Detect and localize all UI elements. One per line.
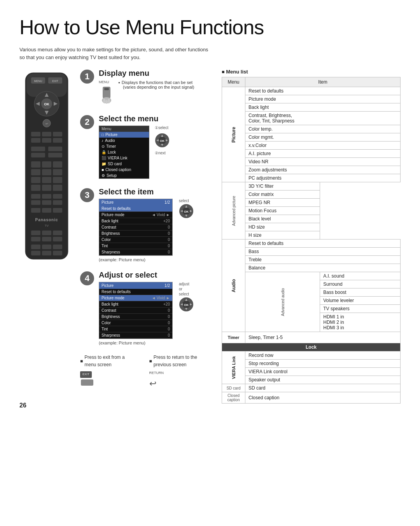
table-row: VIERA Link Record now bbox=[222, 351, 401, 360]
menu-list-header: Menu list bbox=[222, 69, 401, 75]
table-row: VIERA Link control bbox=[222, 368, 401, 376]
intro-text: Various menus allow you to make settings… bbox=[19, 46, 214, 61]
item-bass: Bass bbox=[245, 248, 401, 256]
step4-arrows: adjust or select OK bbox=[179, 282, 194, 312]
bottom-info: ■ Press to exit from a menu screen EXIT … bbox=[80, 354, 214, 390]
svg-rect-20 bbox=[53, 138, 62, 143]
step-3-content: Select the item Picture 1/2 Reset to def… bbox=[99, 187, 214, 262]
svg-rect-18 bbox=[31, 138, 40, 143]
lock-label: Lock bbox=[222, 343, 401, 351]
exit-button-img: EXIT bbox=[80, 371, 92, 378]
step-number-4: 4 bbox=[80, 271, 94, 285]
svg-rect-59 bbox=[53, 251, 62, 255]
svg-rect-29 bbox=[42, 169, 51, 175]
return-info-title: Press to return to the previous screen bbox=[154, 354, 214, 369]
svg-rect-22 bbox=[48, 147, 62, 151]
svg-rect-50 bbox=[53, 231, 62, 235]
advanced-audio-label: Advanced audio bbox=[245, 272, 320, 332]
svg-text:Panasonic: Panasonic bbox=[35, 218, 58, 222]
item-color-matrix: Color matrix bbox=[245, 190, 320, 199]
step-1-content: Display menu MENU bbox=[99, 69, 214, 106]
svg-rect-56 bbox=[53, 245, 62, 249]
item-stop-recording: Stop recording bbox=[245, 360, 401, 368]
step-2-title: Select the menu bbox=[99, 114, 214, 123]
item-volume-leveler: Volume leveler bbox=[320, 297, 401, 305]
svg-text:MENU: MENU bbox=[34, 80, 42, 82]
step4-example-label: (example: Picture menu) bbox=[99, 341, 173, 345]
table-row: Motion Focus bbox=[222, 207, 401, 215]
step-1-desc: ● Displays the functions that can be set… bbox=[118, 80, 194, 89]
svg-text:EXIT: EXIT bbox=[52, 80, 58, 82]
step3-arrows: select OK bbox=[179, 199, 194, 218]
svg-text:OK: OK bbox=[44, 102, 49, 106]
table-row: Stop recording bbox=[222, 360, 401, 368]
svg-rect-49 bbox=[42, 231, 51, 235]
item-xv-color: x.v.Color bbox=[245, 142, 401, 150]
table-row: Picture mode bbox=[222, 95, 401, 103]
svg-text:OK: OK bbox=[184, 303, 189, 307]
svg-rect-41 bbox=[42, 200, 51, 205]
table-row: Advanced picture 3D Y/C filter bbox=[222, 182, 401, 190]
svg-rect-53 bbox=[53, 237, 62, 241]
table-row: Color mgmt. bbox=[222, 133, 401, 142]
table-row: PC adjustments bbox=[222, 174, 401, 182]
item-surround: Surround bbox=[320, 280, 401, 288]
svg-rect-45 bbox=[53, 208, 62, 213]
svg-rect-31 bbox=[31, 177, 40, 183]
table-row: Audio Reset to defaults bbox=[222, 239, 401, 248]
col-menu: Menu bbox=[222, 77, 245, 87]
menu-icon-area: MENU bbox=[99, 80, 114, 106]
viera-link-label: VIERA Link bbox=[222, 351, 245, 384]
step4-or-label: or bbox=[179, 287, 182, 291]
sd-card-menu-label: SD card bbox=[222, 384, 245, 392]
svg-rect-33 bbox=[53, 177, 62, 183]
step-2: 2 Select the menu Menu □Picture ♪Audio ⊙… bbox=[80, 114, 214, 179]
svg-rect-57 bbox=[31, 251, 40, 255]
table-row: x.v.Color bbox=[222, 142, 401, 150]
svg-rect-52 bbox=[42, 237, 51, 241]
step3-select-label: select bbox=[179, 199, 189, 203]
table-row: HD size bbox=[222, 223, 401, 231]
step-3-title: Select the item bbox=[99, 187, 214, 196]
svg-rect-48 bbox=[31, 231, 40, 235]
svg-point-64 bbox=[105, 100, 108, 104]
item-color-temp: Color temp. bbox=[245, 125, 401, 133]
exit-info-title: Press to exit from a menu screen bbox=[84, 354, 137, 369]
item-video-nr: Video NR bbox=[245, 158, 401, 166]
return-info: ■ Press to return to the previous screen… bbox=[149, 354, 214, 390]
menu-list-table: Menu Item Picture Reset to defaults Pict… bbox=[222, 77, 401, 404]
svg-rect-58 bbox=[42, 251, 51, 255]
left-column: MENU EXIT OK ↩ bbox=[19, 69, 214, 409]
svg-rect-44 bbox=[42, 208, 51, 213]
return-icon: ↩ bbox=[149, 377, 214, 390]
item-reset-defaults: Reset to defaults bbox=[245, 87, 401, 95]
step-2-content: Select the menu Menu □Picture ♪Audio ⊙Ti… bbox=[99, 114, 214, 179]
svg-rect-19 bbox=[42, 138, 51, 143]
item-closed-caption: Closed caption bbox=[245, 392, 401, 404]
svg-text:OK: OK bbox=[184, 210, 189, 213]
svg-rect-27 bbox=[53, 161, 62, 168]
svg-rect-24 bbox=[48, 153, 62, 157]
step3-example-label: (example: Picture menu) bbox=[99, 257, 173, 262]
table-row: MPEG NR bbox=[222, 199, 401, 207]
table-row: Black level bbox=[222, 215, 401, 223]
right-column: Menu list Menu Item Picture Reset to def… bbox=[222, 69, 401, 404]
svg-rect-30 bbox=[53, 169, 62, 175]
advanced-picture-label: Advanced picture bbox=[222, 182, 245, 239]
item-zoom-adj: Zoom adjustments bbox=[245, 166, 401, 174]
svg-rect-32 bbox=[42, 177, 51, 183]
item-motion-focus: Motion Focus bbox=[245, 207, 320, 215]
table-row: Timer Sleep, Timer 1-5 bbox=[222, 332, 401, 343]
svg-text:TV: TV bbox=[45, 224, 49, 227]
step4-select-label: select bbox=[179, 292, 189, 296]
step-3: 3 Select the item Picture 1/2 Reset bbox=[80, 187, 214, 262]
table-row: Treble bbox=[222, 256, 401, 264]
table-row: Color matrix bbox=[222, 190, 401, 199]
item-viera-link-control: VIERA Link control bbox=[245, 368, 401, 376]
page-title: How to Use Menu Functions bbox=[19, 16, 401, 39]
table-row: Bass bbox=[222, 248, 401, 256]
remote-control: MENU EXIT OK ↩ bbox=[19, 69, 74, 265]
item-treble: Treble bbox=[245, 256, 401, 264]
svg-rect-39 bbox=[53, 194, 62, 199]
svg-rect-26 bbox=[42, 161, 51, 168]
